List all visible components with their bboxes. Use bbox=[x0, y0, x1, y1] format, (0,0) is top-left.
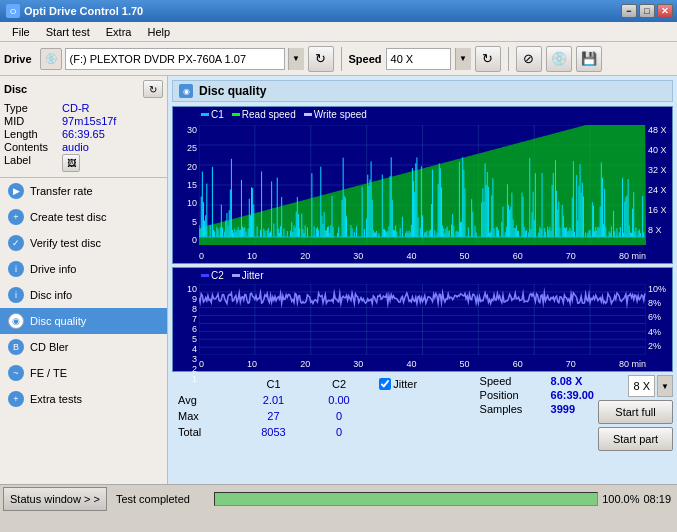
chart2-yaxis-right: 10% 8% 6% 4% 2% bbox=[646, 284, 672, 355]
sidebar: Disc ↻ Type CD-R MID 97m15s17f Length 66… bbox=[0, 76, 168, 484]
disc-length-row: Length 66:39.65 bbox=[4, 128, 163, 140]
chart2-container: C2 Jitter 10 9 8 7 6 5 4 3 2 1 10% bbox=[172, 267, 673, 372]
sidebar-item-fe-te[interactable]: ~ FE / TE bbox=[0, 360, 167, 386]
stats-max-row: Max 27 0 bbox=[174, 409, 474, 423]
stats-avg-c2: 0.00 bbox=[309, 393, 369, 407]
disc-label-icon-button[interactable]: 🖼 bbox=[62, 154, 80, 172]
menu-help[interactable]: Help bbox=[139, 24, 178, 40]
create-test-disc-label: Create test disc bbox=[30, 211, 106, 223]
legend-jitter: Jitter bbox=[232, 270, 264, 281]
stats-col-header-jitter: Jitter bbox=[371, 377, 473, 391]
sidebar-item-transfer-rate[interactable]: ▶ Transfer rate bbox=[0, 178, 167, 204]
stats-total-row: Total 8053 0 bbox=[174, 425, 474, 439]
time-display: 08:19 bbox=[643, 493, 671, 505]
sidebar-item-create-test-disc[interactable]: + Create test disc bbox=[0, 204, 167, 230]
minimize-button[interactable]: − bbox=[621, 4, 637, 18]
disc-quality-header: ◉ Disc quality bbox=[172, 80, 673, 102]
legend-write-label: Write speed bbox=[314, 109, 367, 120]
transfer-rate-label: Transfer rate bbox=[30, 185, 93, 197]
disc-quality-title: Disc quality bbox=[199, 84, 266, 98]
sidebar-item-disc-info[interactable]: i Disc info bbox=[0, 282, 167, 308]
sidebar-item-verify-test-disc[interactable]: ✓ Verify test disc bbox=[0, 230, 167, 256]
stats-col-header-c1: C1 bbox=[240, 377, 307, 391]
legend-read-dot bbox=[232, 113, 240, 116]
position-val: 66:39.00 bbox=[551, 389, 594, 401]
samples-val: 3999 bbox=[551, 403, 575, 415]
stats-total-c2: 0 bbox=[309, 425, 369, 439]
sidebar-item-extra-tests[interactable]: + Extra tests bbox=[0, 386, 167, 412]
position-row: Position 66:39.00 bbox=[480, 389, 594, 401]
stats-avg-c1: 2.01 bbox=[240, 393, 307, 407]
disc-type-key: Type bbox=[4, 102, 62, 114]
chart1-xaxis: 0 10 20 30 40 50 60 70 80 min bbox=[199, 251, 646, 261]
refresh-button[interactable]: ↻ bbox=[475, 46, 501, 72]
disc-info-button[interactable]: 💿 bbox=[546, 46, 572, 72]
cd-bler-icon: B bbox=[8, 339, 24, 355]
sidebar-item-drive-info[interactable]: i Drive info bbox=[0, 256, 167, 282]
chart2-yaxis: 10 9 8 7 6 5 4 3 2 1 bbox=[173, 284, 199, 355]
drive-refresh-button[interactable]: ↻ bbox=[308, 46, 334, 72]
disc-label-key: Label bbox=[4, 154, 62, 172]
speed-select-combo[interactable]: 8 X bbox=[628, 375, 655, 397]
position-label: Position bbox=[480, 389, 545, 401]
legend-c2: C2 bbox=[201, 270, 224, 281]
content-area: ◉ Disc quality C1 Read speed Write speed bbox=[168, 76, 677, 484]
maximize-button[interactable]: □ bbox=[639, 4, 655, 18]
stats-col-header-c2: C2 bbox=[309, 377, 369, 391]
chart1-legend: C1 Read speed Write speed bbox=[201, 109, 367, 120]
drive-select-group: 💿 (F:) PLEXTOR DVDR PX-760A 1.07 ▼ bbox=[40, 48, 304, 70]
legend-c1-dot bbox=[201, 113, 209, 116]
disc-section-title: Disc bbox=[4, 83, 27, 95]
fe-te-label: FE / TE bbox=[30, 367, 67, 379]
start-full-button[interactable]: Start full bbox=[598, 400, 673, 424]
chart2-xaxis: 0 10 20 30 40 50 60 70 80 min bbox=[199, 359, 646, 369]
legend-c1: C1 bbox=[201, 109, 224, 120]
progress-bar-container bbox=[214, 492, 598, 506]
disc-type-val: CD-R bbox=[62, 102, 90, 114]
speed-combo-value: 40 X bbox=[391, 53, 446, 65]
drive-combo[interactable]: (F:) PLEXTOR DVDR PX-760A 1.07 bbox=[65, 48, 285, 70]
jitter-checkbox[interactable] bbox=[379, 378, 391, 390]
status-window-button[interactable]: Status window > > bbox=[3, 487, 107, 511]
toolbar-separator-1 bbox=[341, 47, 342, 71]
chart1-canvas bbox=[199, 125, 646, 245]
drive-combo-arrow[interactable]: ▼ bbox=[288, 48, 304, 70]
verify-test-disc-icon: ✓ bbox=[8, 235, 24, 251]
window-title: Opti Drive Control 1.70 bbox=[24, 5, 143, 17]
speed-combo-arrow[interactable]: ▼ bbox=[455, 48, 471, 70]
speed-combo[interactable]: 40 X bbox=[386, 48, 451, 70]
verify-test-disc-label: Verify test disc bbox=[30, 237, 101, 249]
status-bar: Status window > > Test completed 100.0% … bbox=[0, 484, 677, 512]
disc-refresh-button[interactable]: ↻ bbox=[143, 80, 163, 98]
samples-row: Samples 3999 bbox=[480, 403, 594, 415]
speed-label: Speed bbox=[349, 53, 382, 65]
disc-mid-key: MID bbox=[4, 115, 62, 127]
speed-info-label: Speed bbox=[480, 375, 545, 387]
speed-select-row: 8 X ▼ bbox=[628, 375, 673, 397]
stats-left: C1 C2 Jitter Avg 2.01 0.00 Max bbox=[172, 375, 476, 441]
chart2-plot bbox=[199, 284, 646, 355]
speed-select-arrow[interactable]: ▼ bbox=[657, 375, 673, 397]
buttons-area: 8 X ▼ Start full Start part bbox=[598, 375, 673, 451]
disc-quality-header-icon: ◉ bbox=[179, 84, 193, 98]
disc-mid-val: 97m15s17f bbox=[62, 115, 116, 127]
legend-jitter-dot bbox=[232, 274, 240, 277]
legend-c1-label: C1 bbox=[211, 109, 224, 120]
menu-start-test[interactable]: Start test bbox=[38, 24, 98, 40]
drive-combo-value: (F:) PLEXTOR DVDR PX-760A 1.07 bbox=[70, 53, 280, 65]
start-part-button[interactable]: Start part bbox=[598, 427, 673, 451]
save-button[interactable]: 💾 bbox=[576, 46, 602, 72]
stats-total-c1: 8053 bbox=[240, 425, 307, 439]
sidebar-item-disc-quality[interactable]: ◉ Disc quality bbox=[0, 308, 167, 334]
sidebar-item-cd-bler[interactable]: B CD Bler bbox=[0, 334, 167, 360]
fe-te-icon: ~ bbox=[8, 365, 24, 381]
erase-button[interactable]: ⊘ bbox=[516, 46, 542, 72]
menu-file[interactable]: File bbox=[4, 24, 38, 40]
menu-extra[interactable]: Extra bbox=[98, 24, 140, 40]
stats-header-row: C1 C2 Jitter bbox=[174, 377, 474, 391]
progress-percent: 100.0% bbox=[602, 493, 639, 505]
legend-read-speed: Read speed bbox=[232, 109, 296, 120]
close-button[interactable]: ✕ bbox=[657, 4, 673, 18]
stats-table: C1 C2 Jitter Avg 2.01 0.00 Max bbox=[172, 375, 476, 441]
disc-quality-icon: ◉ bbox=[8, 313, 24, 329]
